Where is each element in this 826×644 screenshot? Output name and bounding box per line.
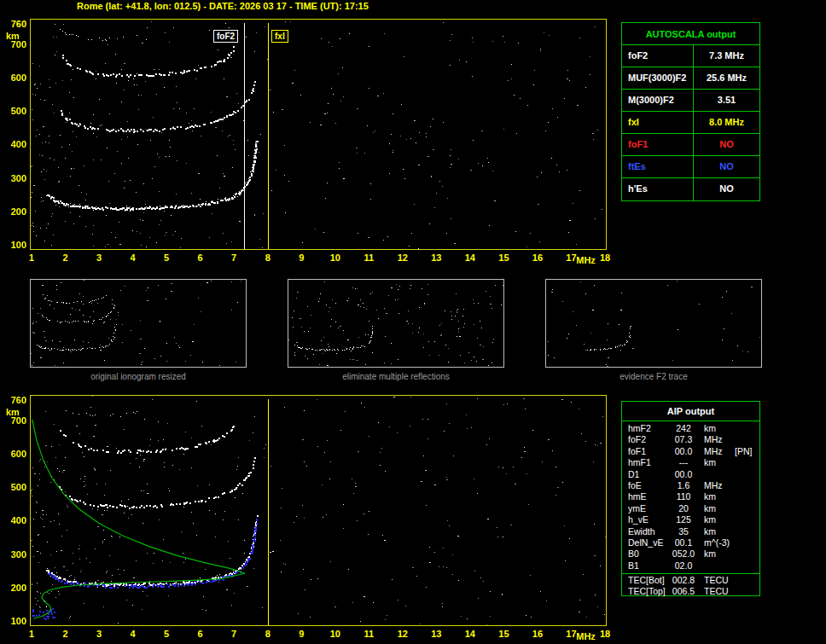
x-axis-tick: 13 [428, 629, 444, 639]
table-row: TEC[Top] 006.5 TECU [622, 586, 759, 597]
y-axis-tick: 500 [1, 106, 26, 116]
value-cell: NO [694, 156, 759, 177]
value-cell: 00.0 [665, 446, 702, 457]
x-axis-tick: 1 [24, 252, 39, 263]
x-axis-tick: 16 [530, 629, 545, 639]
table-row: M(3000)F2 3.51 [622, 90, 759, 112]
unit-cell: m^(-3) [702, 537, 735, 548]
param-cell: foE [622, 480, 665, 491]
note-cell: [PN] [735, 446, 759, 457]
table-row: hmF2 242 km [622, 423, 759, 434]
y-axis-tick: 400 [1, 515, 26, 525]
table-row: ftEs NO [622, 156, 759, 178]
param-cell: D1 [622, 469, 665, 480]
thumbnail-f2trace-canvas [546, 280, 761, 367]
unit-cell: km [702, 526, 735, 537]
y-axis-tick: 300 [1, 549, 26, 560]
unit-cell: km [702, 548, 735, 560]
x-axis-unit-label: MHz [576, 255, 596, 265]
param-cell: hmF2 [622, 423, 665, 434]
note-cell [735, 575, 759, 586]
unit-cell: MHz [702, 446, 735, 457]
param-cell: B0 [622, 548, 665, 560]
table-row: foE 1.6 MHz [622, 480, 759, 491]
thumbnail-original-ionogram [30, 279, 247, 368]
value-cell: 3.51 [694, 90, 759, 111]
unit-cell: km [702, 491, 735, 502]
autoscala-screen: { "header": { "title": "Rome (lat: +41.8… [0, 0, 826, 644]
table-row: MUF(3000)F2 25.6 MHz [622, 67, 759, 90]
param-cell: ymE [622, 503, 665, 514]
note-cell [735, 491, 759, 502]
x-axis-tick: 13 [428, 252, 444, 263]
table-row: foF1 00.0 MHz [PN] [622, 446, 759, 457]
page-title: Rome (lat: +41.8, lon: 012.5) - DATE: 20… [77, 1, 369, 11]
x-axis-tick: 1 [24, 629, 39, 639]
y-axis-tick: 500 [1, 482, 26, 492]
value-cell: --- [665, 457, 702, 468]
note-cell [735, 503, 759, 514]
table-row: Ewidth 35 km [622, 526, 759, 537]
value-cell: 00.0 [665, 469, 702, 480]
thumbnail-f2-evidence [545, 279, 762, 368]
value-cell: 052.0 [665, 548, 702, 560]
y-axis-unit-label: km [6, 31, 20, 41]
note-cell [735, 560, 759, 571]
x-axis-tick: 8 [260, 629, 276, 639]
main-ionogram-plot: foF2 fxI [30, 19, 607, 250]
x-axis-tick: 9 [294, 252, 309, 263]
note-cell [735, 469, 759, 480]
note-cell [735, 423, 759, 434]
table-row: DelN_vE 00.1 m^(-3) [622, 537, 759, 548]
param-cell: Ewidth [622, 526, 665, 537]
table-row: TEC[Bot] 002.8 TECU [622, 575, 759, 586]
unit-cell: MHz [702, 480, 735, 491]
x-axis-tick: 3 [91, 629, 107, 639]
table-row: h_vE 125 km [622, 514, 759, 525]
value-cell: 125 [665, 514, 702, 525]
table-row: h'Es NO [622, 178, 759, 200]
autoscala-output-table: AUTOSCALA output foF2 7.3 MHz MUF(3000)F… [621, 22, 760, 201]
thumbnail-multiple-reflections [288, 279, 504, 368]
table-row: B0 052.0 km [622, 548, 759, 560]
unit-cell [702, 469, 735, 480]
value-cell: 07.3 [665, 434, 702, 445]
table-row: hmF1 --- km [622, 457, 759, 468]
thumbnail-caption: original ionogram resized [30, 372, 247, 381]
unit-cell: km [702, 503, 735, 514]
thumbnail-caption: eliminate multiple reflections [288, 372, 504, 381]
param-cell: fxI [622, 112, 694, 133]
value-cell: 25.6 MHz [694, 67, 759, 89]
value-cell: 1.6 [665, 480, 702, 491]
main-ionogram-canvas [31, 20, 606, 249]
table-row: fxI 8.0 MHz [622, 112, 759, 134]
note-cell [735, 586, 759, 597]
thumbnail-caption: evidence F2 trace [545, 372, 762, 381]
param-cell: TEC[Bot] [622, 575, 665, 586]
aip-table-title: AIP output [622, 402, 759, 421]
x-axis-tick: 12 [395, 252, 410, 263]
table-row: foF1 NO [622, 134, 759, 156]
param-cell: h_vE [622, 514, 665, 525]
x-axis-tick: 15 [496, 629, 511, 639]
x-axis-tick: 15 [496, 252, 511, 263]
x-axis-tick: 10 [328, 629, 343, 639]
x-axis-tick: 14 [462, 252, 478, 263]
x-axis-tick: 5 [159, 252, 174, 263]
y-axis-tick: 100 [1, 240, 26, 250]
x-axis-tick: 18 [597, 629, 613, 639]
table-row: ymE 20 km [622, 503, 759, 514]
y-axis-tick: 600 [1, 449, 26, 459]
value-cell: 110 [665, 491, 702, 502]
y-axis-tick: 200 [1, 583, 26, 593]
y-axis-tick: 200 [1, 206, 26, 217]
aip-output-table: AIP output hmF2 242 km foF2 07.3 MHz foF… [621, 401, 760, 596]
value-cell: 35 [665, 526, 702, 537]
unit-cell: MHz [702, 434, 735, 445]
value-cell: 7.3 MHz [694, 45, 759, 67]
aip-rows: hmF2 242 km foF2 07.3 MHz foF1 00.0 MHz … [622, 421, 759, 571]
y-axis-unit-label: km [6, 407, 20, 417]
param-cell: foF2 [622, 434, 665, 445]
y-axis-tick: 300 [1, 173, 26, 183]
x-axis-tick: 12 [395, 629, 410, 639]
